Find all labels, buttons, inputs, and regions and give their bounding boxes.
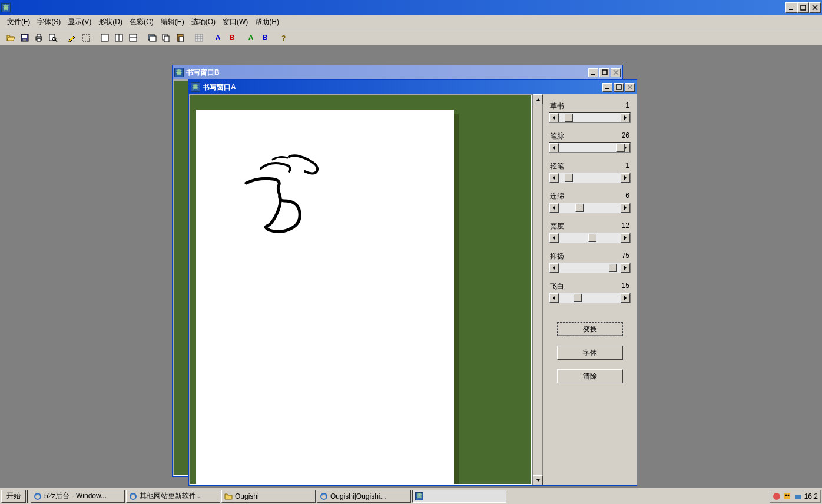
cut-button[interactable] xyxy=(145,31,159,44)
svg-line-10 xyxy=(55,40,57,42)
slider-right-button[interactable] xyxy=(621,113,630,122)
style-b2-button[interactable]: B xyxy=(258,31,272,44)
slider-left-button[interactable] xyxy=(549,173,559,183)
menu-view[interactable]: 显示(V) xyxy=(64,16,95,28)
slider-value: 26 xyxy=(622,131,629,141)
tray-icon-3[interactable] xyxy=(794,492,802,500)
paper[interactable] xyxy=(196,110,454,485)
transform-button[interactable]: 变换 xyxy=(557,322,623,336)
start-button[interactable]: 开始 xyxy=(1,490,26,503)
task-button-1[interactable]: 其他网站更新软件... xyxy=(126,490,220,503)
app-icon: 書 xyxy=(191,82,200,92)
preview-button[interactable] xyxy=(46,31,60,44)
menu-shape[interactable]: 形状(D) xyxy=(95,16,126,28)
window-a-maximize[interactable] xyxy=(614,83,624,92)
svg-rect-32 xyxy=(616,85,621,89)
open-button[interactable] xyxy=(4,31,18,44)
canvas-a[interactable] xyxy=(189,94,532,485)
slider-right-button[interactable] xyxy=(621,173,630,183)
svg-rect-30 xyxy=(602,70,607,75)
print-button[interactable] xyxy=(32,31,46,44)
scroll-down-button[interactable] xyxy=(533,475,543,485)
task-label: Ougishi xyxy=(235,492,259,500)
slider-track[interactable] xyxy=(549,173,631,183)
vertical-scrollbar[interactable] xyxy=(532,94,542,485)
help-button[interactable]: ? xyxy=(277,31,291,44)
slider-right-button[interactable] xyxy=(621,263,630,273)
slider-label: 宽度 xyxy=(550,221,564,231)
slider-track[interactable] xyxy=(549,233,631,243)
slider-track[interactable] xyxy=(549,112,631,123)
menu-window[interactable]: 窗口(W) xyxy=(219,16,251,28)
paste-button[interactable] xyxy=(173,31,187,44)
slider-value: 15 xyxy=(622,281,629,291)
slider-left-button[interactable] xyxy=(549,263,559,273)
font-button[interactable]: 字体 xyxy=(557,346,623,360)
slider-track[interactable] xyxy=(549,203,631,213)
slider-thumb[interactable] xyxy=(565,114,573,122)
task-button-3[interactable]: Ougishi|Ougishi... xyxy=(317,490,411,503)
slider-left-button[interactable] xyxy=(549,203,559,213)
slider-group-6: 飞白 15 xyxy=(549,281,631,303)
slider-thumb[interactable] xyxy=(565,174,573,182)
slider-left-button[interactable] xyxy=(549,293,559,303)
slider-left-button[interactable] xyxy=(549,143,559,152)
writing-window-a[interactable]: 書 书写窗口A xyxy=(188,79,637,486)
slider-thumb[interactable] xyxy=(588,234,596,242)
layout3-button[interactable] xyxy=(126,31,140,44)
slider-thumb[interactable] xyxy=(609,264,617,272)
task-button-0[interactable]: 52z后台 - Window... xyxy=(31,490,125,503)
calligraphy-stroke xyxy=(237,139,343,239)
slider-thumb[interactable] xyxy=(574,294,582,302)
layout1-button[interactable] xyxy=(98,31,112,44)
clear-button[interactable]: 清除 xyxy=(557,369,623,383)
tray-icon-2[interactable] xyxy=(783,492,791,500)
slider-track[interactable] xyxy=(549,293,631,303)
scroll-up-button[interactable] xyxy=(533,94,543,104)
svg-rect-11 xyxy=(82,34,90,41)
slider-left-button[interactable] xyxy=(549,113,559,122)
tray-icon-1[interactable] xyxy=(773,492,781,500)
slider-thumb[interactable] xyxy=(575,204,584,212)
menu-options[interactable]: 选项(O) xyxy=(188,16,219,28)
window-a-close[interactable] xyxy=(625,83,635,92)
slider-track[interactable] xyxy=(549,142,631,153)
menu-font[interactable]: 字体(S) xyxy=(34,16,64,28)
save-button[interactable] xyxy=(18,31,32,44)
task-button-2[interactable]: Ougishi xyxy=(221,490,316,503)
layout2-button[interactable] xyxy=(112,31,126,44)
slider-left-button[interactable] xyxy=(549,233,559,243)
menu-color[interactable]: 色彩(C) xyxy=(126,16,157,28)
window-b-title: 书写窗口B xyxy=(186,68,220,78)
close-button[interactable] xyxy=(809,2,821,13)
svg-rect-40 xyxy=(795,495,801,499)
window-a-minimize[interactable] xyxy=(602,83,612,92)
maximize-button[interactable] xyxy=(797,2,809,13)
style-b1-button[interactable]: B xyxy=(225,31,239,44)
pen-button[interactable] xyxy=(65,31,79,44)
slider-track[interactable] xyxy=(549,263,631,273)
menu-help[interactable]: 帮助(H) xyxy=(251,16,283,28)
style-a2-button[interactable]: A xyxy=(244,31,258,44)
svg-rect-6 xyxy=(37,34,41,37)
style-a1-button[interactable]: A xyxy=(211,31,225,44)
svg-rect-23 xyxy=(195,34,203,41)
window-b-maximize[interactable] xyxy=(599,68,609,77)
select-button[interactable] xyxy=(79,31,93,44)
copy-button[interactable] xyxy=(159,31,173,44)
slider-right-button[interactable] xyxy=(621,293,630,303)
slider-label: 笔脉 xyxy=(550,131,564,141)
window-b-titlebar[interactable]: 書 书写窗口B xyxy=(173,65,622,79)
slider-right-button[interactable] xyxy=(621,203,630,213)
window-a-titlebar[interactable]: 書 书写窗口A xyxy=(189,80,637,94)
window-b-close[interactable] xyxy=(611,68,621,77)
task-button-4[interactable]: 書 xyxy=(412,490,506,503)
minimize-button[interactable] xyxy=(785,2,797,13)
slider-thumb[interactable] xyxy=(616,144,625,152)
svg-rect-18 xyxy=(150,36,156,41)
menu-edit[interactable]: 编辑(E) xyxy=(157,16,188,28)
slider-right-button[interactable] xyxy=(621,233,630,243)
grid-button[interactable] xyxy=(192,31,206,44)
menu-file[interactable]: 文件(F) xyxy=(4,16,34,28)
window-b-minimize[interactable] xyxy=(588,68,598,77)
